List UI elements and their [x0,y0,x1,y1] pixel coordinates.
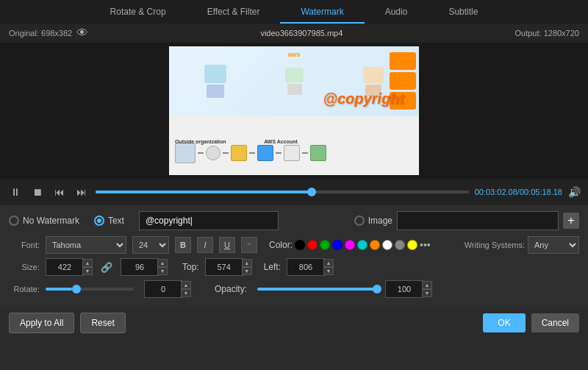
color-white[interactable] [382,240,392,250]
opacity-down[interactable]: ▼ [422,289,432,297]
writing-systems-section: Writing Systems: Any [465,236,579,254]
volume-icon[interactable]: 🔊 [568,186,581,198]
rotate-up[interactable]: ▲ [181,281,191,289]
current-time: 00:03:02.08 [475,188,517,196]
bold-button[interactable]: B [175,237,191,253]
color-gray[interactable] [395,240,405,250]
ok-button[interactable]: OK [483,313,525,332]
time-display: 00:03:02.08/00:05:18.18 [475,188,562,196]
diagram-bottom: Outside organization AWS Account [169,116,419,175]
total-time: 00:05:18.18 [520,188,562,196]
opacity-up[interactable]: ▲ [422,281,432,289]
progress-track[interactable] [96,191,469,193]
left-up[interactable]: ▲ [323,259,334,267]
prev-button[interactable]: ⏮ [51,185,68,199]
aws-label: aws [287,51,300,58]
opacity-value-group: ▲ ▼ [385,280,432,298]
top-input[interactable] [205,258,243,276]
tab-effect-filter[interactable]: Effect & Filter [187,0,281,24]
size-width-down[interactable]: ▼ [82,267,93,275]
rotate-spinner: ▲ ▼ [181,281,191,297]
left-value-group: ▲ ▼ [287,258,334,276]
cancel-button[interactable]: Cancel [531,313,579,332]
rotate-slider-thumb[interactable] [72,285,81,293]
progress-fill [96,191,312,193]
color-blue[interactable] [332,240,343,250]
opacity-slider-track[interactable] [257,288,375,291]
link-icon[interactable]: 🔗 [101,262,112,273]
rotate-label: Rotate: [9,285,40,293]
color-section: Color: ••• [269,239,431,251]
size-width-group: ▲ ▼ [46,258,93,276]
tab-rotate-crop[interactable]: Rotate & Crop [90,0,187,24]
top-up[interactable]: ▲ [242,259,252,267]
no-watermark-option[interactable]: No Watermark [9,216,79,226]
left-label: Left: [264,262,281,272]
rotate-down[interactable]: ▼ [181,289,191,297]
tab-audio[interactable]: Audio [365,0,429,24]
image-path-input[interactable] [397,211,559,230]
image-watermark-option[interactable]: Image [354,216,392,226]
font-select[interactable]: Tahoma [46,236,126,254]
color-yellow[interactable] [407,240,417,250]
opacity-label: Opacity: [215,284,247,294]
reset-button[interactable]: Reset [80,313,125,333]
video-frame: aws @copyright [169,46,419,175]
apply-to-all-button[interactable]: Apply to All [9,313,74,333]
opacity-input[interactable] [385,280,423,298]
image-watermark-radio[interactable] [354,216,365,226]
rotate-slider-track[interactable] [46,288,134,291]
opacity-slider-thumb[interactable] [373,285,381,293]
size-width-input[interactable] [46,258,84,276]
color-cyan[interactable] [357,240,368,250]
tab-watermark[interactable]: Watermark [280,0,364,24]
outside-org-label: Outside organization [175,139,226,144]
color-red[interactable] [307,240,318,250]
color-green[interactable] [320,240,330,250]
color-magenta[interactable] [345,240,355,250]
italic-button[interactable]: I [197,237,213,253]
orange-box-2 [390,72,416,90]
size-width-up[interactable]: ▲ [82,259,93,267]
size-height-group: ▲ ▼ [121,258,168,276]
add-image-button[interactable]: + [563,213,579,229]
eye-icon[interactable]: 👁 [76,26,88,40]
watermark-preview: @copyright [323,90,404,107]
watermark-text-input[interactable] [139,211,279,230]
color-label: Color: [269,240,293,250]
size-row: Size: ▲ ▼ 🔗 ▲ ▼ Top: ▲ ▼ Left: [9,258,579,276]
strikethrough-button[interactable]: ⁻ [241,237,257,253]
left-input[interactable] [287,258,325,276]
opacity-slider-fill [257,288,375,291]
color-more-button[interactable]: ••• [420,239,431,251]
filename: video3663907985.mp4 [260,29,343,38]
font-size-select[interactable]: 24 [132,236,169,254]
left-down[interactable]: ▼ [323,267,334,275]
text-watermark-option[interactable]: Text [94,216,124,226]
writing-systems-label: Writing Systems: [465,241,525,249]
no-watermark-radio[interactable] [9,216,19,226]
original-dimensions: Original: 698x382 [9,29,72,38]
orange-box-1 [390,52,416,70]
color-orange[interactable] [370,240,380,250]
info-bar: Original: 698x382 👁 video3663907985.mp4 … [0,24,588,43]
output-info: Output: 1280x720 [515,29,579,38]
pause-button[interactable]: ⏸ [7,185,24,199]
controls-bar: ⏸ ⏹ ⏮ ⏭ 00:03:02.08/00:05:18.18 🔊 [0,179,588,205]
next-button[interactable]: ⏭ [74,185,90,199]
size-height-input[interactable] [121,258,159,276]
stop-button[interactable]: ⏹ [29,185,46,199]
underline-button[interactable]: U [219,237,235,253]
top-down[interactable]: ▼ [242,267,252,275]
size-height-down[interactable]: ▼ [157,267,168,275]
image-section: Image + [293,211,579,230]
rotate-input[interactable] [144,280,182,298]
color-black[interactable] [295,240,305,250]
text-watermark-radio[interactable] [94,216,104,226]
writing-systems-select[interactable]: Any [528,236,579,254]
size-label: Size: [9,263,40,271]
size-height-up[interactable]: ▲ [157,259,168,267]
progress-thumb[interactable] [307,188,316,196]
top-tabs-bar: Rotate & Crop Effect & Filter Watermark … [0,0,588,24]
tab-subtitle[interactable]: Subtitle [428,0,498,24]
